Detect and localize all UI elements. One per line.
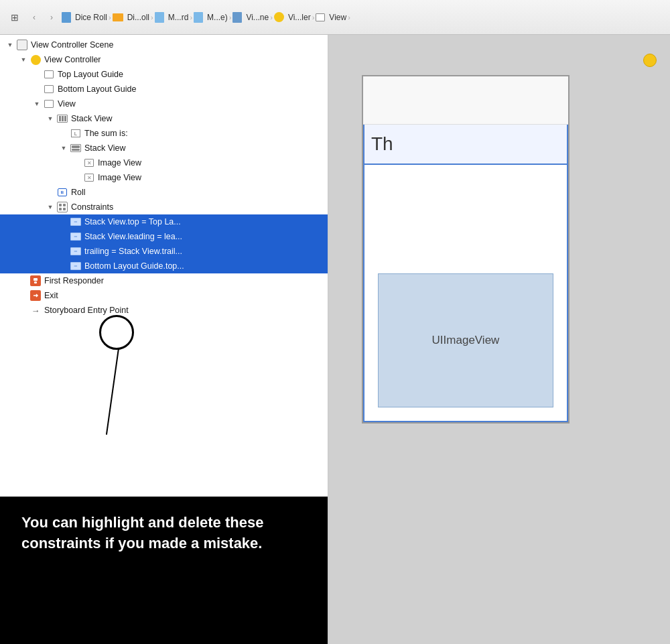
tree-item-first-responder[interactable]: First Responder: [0, 273, 328, 288]
disclosure-bottom-lg: [32, 84, 42, 94]
disclosure-label-sum: [59, 129, 68, 138]
breadcrumb-item-6[interactable]: Vi...ler: [274, 12, 311, 22]
screen-area: Th UIImageView: [363, 123, 568, 422]
breadcrumb-sep-3: ›: [190, 13, 192, 21]
disclosure-vc[interactable]: [19, 55, 28, 64]
constraint-3-label: trailing = Stack View.trail...: [84, 247, 182, 256]
tree-item-stack-view-outer[interactable]: Stack View: [0, 111, 328, 126]
button-roll-label: Roll: [71, 188, 86, 197]
constraint-3-icon: ═: [70, 245, 82, 257]
tree-item-constraint-3[interactable]: ═ trailing = Stack View.trail...: [0, 244, 328, 259]
disclosure-img1: [72, 158, 82, 168]
image-view-2-label: Image View: [98, 173, 141, 182]
tree-item-image-view-1[interactable]: Image View: [0, 155, 328, 170]
disclosure-stack-inner[interactable]: [59, 143, 68, 153]
stack-view-inner-label: Stack View: [84, 143, 126, 153]
image-view-1-icon: [83, 157, 95, 169]
svg-rect-1: [34, 281, 37, 283]
constraint-4-label: Bottom Layout Guide.top...: [84, 261, 184, 271]
top-layout-guide-label: Top Layout Guide: [58, 70, 123, 79]
annotation-text: You can highlight and delete these const…: [21, 514, 263, 552]
breadcrumb-item-7[interactable]: View: [316, 13, 346, 22]
breadcrumb-label-7: View: [329, 13, 346, 22]
breadcrumb-sep-7: ›: [348, 13, 350, 21]
canvas-panel: Th UIImageView: [328, 35, 670, 644]
image-view-1-label: Image View: [98, 158, 141, 168]
tree-item-constraints[interactable]: Constraints: [0, 200, 328, 214]
breadcrumb-label-6: Vi...ler: [288, 13, 311, 22]
view-label: View: [58, 99, 76, 109]
vc-scene-label: View Controller Scene: [31, 40, 113, 50]
doc-icon: [62, 12, 71, 23]
nav-forward-button[interactable]: ›: [44, 10, 59, 25]
nav-back-button[interactable]: ‹: [27, 10, 42, 25]
breadcrumb-sep-2: ›: [151, 13, 153, 21]
main-layout: View Controller Scene View Controller To…: [0, 35, 670, 644]
tree-item-bottom-layout-guide[interactable]: Bottom Layout Guide: [0, 82, 328, 96]
disclosure-fr: [19, 276, 28, 285]
constraint-2-label: Stack View.leading = lea...: [84, 232, 182, 241]
breadcrumb-item-3[interactable]: M...rd: [155, 12, 189, 23]
stack-view-outer-icon: [56, 113, 68, 125]
tree-item-constraint-2[interactable]: ═ Stack View.leading = lea...: [0, 229, 328, 244]
breadcrumb-item-5[interactable]: Vi...ne: [232, 12, 269, 23]
storyboard-icon-2: [194, 12, 203, 23]
breadcrumb-label-2: Di...oll: [127, 13, 149, 22]
vc-scene-icon: [16, 39, 28, 51]
storyboard-canvas: Th UIImageView: [362, 75, 570, 424]
phone-outer: Th UIImageView: [362, 75, 570, 424]
vc-label: View Controller: [44, 55, 101, 64]
tree-item-top-layout-guide[interactable]: Top Layout Guide: [0, 67, 328, 82]
breadcrumb-item-4[interactable]: M...e): [194, 12, 228, 23]
top-layout-guide-icon: [43, 68, 55, 80]
status-bar-area: [363, 76, 568, 125]
ui-image-view-label: UIImageView: [432, 334, 500, 347]
storyboard-entry-icon: →: [29, 304, 42, 316]
tree-item-vc[interactable]: View Controller: [0, 52, 328, 67]
breadcrumb-sep-1: ›: [109, 13, 111, 21]
canvas-label-text: Th: [371, 133, 393, 155]
disclosure-roll: [46, 188, 55, 197]
disclosure-view[interactable]: [32, 99, 42, 109]
disclosure-constraints[interactable]: [46, 202, 55, 212]
first-responder-label: First Responder: [44, 276, 104, 285]
vc-icon: [274, 12, 284, 22]
exit-label: Exit: [44, 291, 58, 300]
ui-image-view-placeholder: UIImageView: [378, 273, 553, 407]
tree-item-storyboard-entry[interactable]: → Storyboard Entry Point: [0, 303, 328, 318]
disclosure-c3: [59, 247, 68, 256]
text-row: Th: [364, 125, 567, 165]
tree-item-constraint-1[interactable]: ═ Stack View.top = Top La...: [0, 214, 328, 229]
tree-item-label-sum[interactable]: L The sum is:: [0, 126, 328, 141]
constraints-label: Constraints: [71, 202, 113, 212]
svg-rect-0: [34, 278, 38, 281]
bottom-layout-guide-icon: [43, 83, 55, 95]
constraint-1-icon: ═: [70, 216, 82, 228]
view-tree-icon: [43, 98, 55, 110]
folder-icon: [113, 13, 123, 21]
image-view-2-icon: [83, 172, 95, 184]
tree-item-vc-scene[interactable]: View Controller Scene: [0, 38, 328, 52]
breadcrumb-item-1[interactable]: Dice Roll: [62, 12, 107, 23]
vc-icon: [29, 54, 42, 66]
tree-item-stack-view-inner[interactable]: Stack View: [0, 141, 328, 155]
tree-item-image-view-2[interactable]: Image View: [0, 170, 328, 185]
tree-item-constraint-4[interactable]: ═ Bottom Layout Guide.top...: [0, 259, 328, 273]
button-roll-icon: B: [56, 186, 68, 198]
outline-panel: View Controller Scene View Controller To…: [0, 35, 328, 644]
tree-item-view[interactable]: View: [0, 96, 328, 111]
grid-icon[interactable]: ⊞: [5, 8, 24, 27]
disclosure-c2: [59, 232, 68, 241]
tree-item-exit[interactable]: Exit: [0, 288, 328, 303]
disclosure-vc-scene[interactable]: [5, 40, 15, 50]
disclosure-c1: [59, 217, 68, 227]
breadcrumb-label-3: M...rd: [168, 13, 189, 22]
disclosure-stack-outer[interactable]: [46, 114, 55, 123]
toolbar: ⊞ ‹ › Dice Roll › Di...oll › M...rd › M.…: [0, 0, 670, 35]
stack-view-outer-label: Stack View: [71, 114, 113, 123]
tree-item-button-roll[interactable]: B Roll: [0, 185, 328, 200]
breadcrumb-item-2[interactable]: Di...oll: [113, 13, 149, 22]
disclosure-exit: [19, 291, 28, 300]
constraints-icon: [56, 201, 68, 213]
disclosure-img2: [72, 173, 82, 182]
